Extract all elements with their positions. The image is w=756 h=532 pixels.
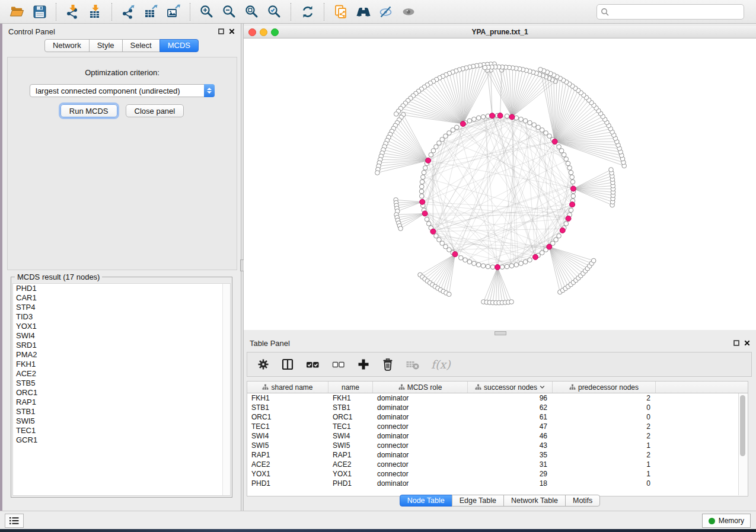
close-panel-button-2[interactable]: Close panel xyxy=(126,104,184,117)
network-window: YPA_prune.txt_1 xyxy=(244,26,756,330)
add-column-button[interactable] xyxy=(357,358,370,371)
mcds-result-item[interactable]: ORC1 xyxy=(13,388,230,398)
mcds-result-item[interactable]: RAP1 xyxy=(13,398,230,407)
mcds-result-item[interactable]: STB5 xyxy=(13,379,230,388)
column-header-mcds-role[interactable]: MCDS role xyxy=(373,382,468,393)
import-table-button[interactable] xyxy=(84,2,107,21)
mcds-result-item[interactable]: STB1 xyxy=(13,407,230,416)
table-row[interactable]: YOX1YOX1connector291 xyxy=(247,469,748,479)
tab-style[interactable]: Style xyxy=(89,39,123,52)
tab-mcds[interactable]: MCDS xyxy=(160,39,199,52)
export-table-button[interactable] xyxy=(140,2,162,21)
table-settings-button[interactable] xyxy=(257,358,270,371)
column-header-successor-nodes[interactable]: successor nodes xyxy=(468,382,553,393)
zoom-in-button[interactable] xyxy=(196,2,218,21)
table-row[interactable]: SWI5SWI5connector431 xyxy=(247,441,748,450)
hide-selected-button[interactable] xyxy=(375,2,397,21)
tab-motifs[interactable]: Motifs xyxy=(565,495,600,507)
table-scrollbar[interactable] xyxy=(738,393,748,495)
new-network-from-selection-button[interactable] xyxy=(330,2,352,21)
mcds-result-item[interactable]: ACE2 xyxy=(13,369,230,379)
criterion-dropdown[interactable]: largest connected component (undirected) xyxy=(30,84,215,97)
tab-select[interactable]: Select xyxy=(122,39,160,52)
tab-network[interactable]: Network xyxy=(44,39,90,52)
select-all-rows-button[interactable] xyxy=(305,358,320,371)
table-cell: 1 xyxy=(553,460,656,469)
mcds-result-item[interactable]: YOX1 xyxy=(13,322,230,331)
delete-column-button[interactable] xyxy=(381,357,394,371)
table-row[interactable]: ACE2ACE2connector311 xyxy=(247,460,748,469)
memory-button[interactable]: Memory xyxy=(702,514,751,528)
first-neighbors-button[interactable] xyxy=(352,2,375,21)
table-row[interactable]: TEC1TEC1connector472 xyxy=(247,422,748,431)
column-namespace-icon xyxy=(398,384,405,390)
mcds-result-item[interactable]: SWI4 xyxy=(13,331,230,341)
function-builder-button[interactable]: f(x) xyxy=(431,358,451,371)
task-history-button[interactable] xyxy=(5,514,24,528)
table-cell: ACE2 xyxy=(328,460,373,469)
zoom-out-button[interactable] xyxy=(218,2,241,21)
mcds-result-item[interactable]: STP4 xyxy=(13,303,230,312)
export-image-button[interactable] xyxy=(162,2,185,21)
tab-network-table[interactable]: Network Table xyxy=(503,495,566,507)
column-label: MCDS role xyxy=(407,383,442,392)
close-table-panel-button[interactable] xyxy=(744,340,750,346)
tab-edge-table[interactable]: Edge Table xyxy=(452,495,504,507)
column-header-predecessor-nodes[interactable]: predecessor nodes xyxy=(553,382,656,393)
node-table: shared namenameMCDS rolesuccessor nodesp… xyxy=(247,381,748,496)
table-row[interactable]: STB1STB1dominator620 xyxy=(247,403,748,412)
float-table-panel-button[interactable] xyxy=(733,340,739,346)
table-cell: connector xyxy=(373,441,468,450)
zoom-in-icon xyxy=(199,4,215,20)
table-row[interactable]: PHD1PHD1dominator180 xyxy=(247,479,748,488)
table-cell: 43 xyxy=(468,441,553,450)
delete-table-button[interactable] xyxy=(406,358,420,371)
mcds-result-item[interactable]: PMA2 xyxy=(13,350,230,360)
column-label: name xyxy=(342,383,359,392)
export-network-button[interactable] xyxy=(117,2,140,21)
mcds-result-item[interactable]: SRD1 xyxy=(13,341,230,350)
table-panel-header: Table Panel xyxy=(244,335,756,351)
mcds-result-item[interactable]: TEC1 xyxy=(13,426,230,435)
mcds-result-item[interactable]: GCR1 xyxy=(13,435,230,445)
show-columns-button[interactable] xyxy=(281,358,294,371)
mcds-result-item[interactable]: CAR1 xyxy=(13,293,230,303)
table-cell: 2 xyxy=(553,422,656,431)
mcds-result-item[interactable]: SWI5 xyxy=(13,416,230,426)
table-row[interactable]: RAP1RAP1dominator352 xyxy=(247,450,748,460)
table-cell: dominator xyxy=(373,432,468,440)
mcds-result-list[interactable]: PHD1CAR1STP4TID3YOX1SWI4SRD1PMA2FKH1ACE2… xyxy=(12,283,231,496)
table-row[interactable]: SWI4SWI4dominator462 xyxy=(247,431,748,441)
zoom-selected-button[interactable] xyxy=(263,2,286,21)
scrollbar-thumb[interactable] xyxy=(740,395,745,456)
deselect-all-rows-button[interactable] xyxy=(331,358,346,371)
column-label: predecessor nodes xyxy=(578,383,639,392)
import-network-button[interactable] xyxy=(62,2,84,21)
mcds-list-scrollbar[interactable] xyxy=(222,284,230,495)
table-row[interactable]: FKH1FKH1dominator962 xyxy=(247,393,748,403)
column-header-name[interactable]: name xyxy=(328,382,373,393)
export-image-icon xyxy=(166,4,181,20)
show-all-button[interactable] xyxy=(397,2,420,21)
float-panel-button[interactable] xyxy=(218,28,224,34)
save-session-button[interactable] xyxy=(28,2,51,21)
zoom-fit-button[interactable] xyxy=(241,2,263,21)
splitter-handle[interactable] xyxy=(495,331,506,335)
column-header-shared-name[interactable]: shared name xyxy=(247,382,328,393)
run-mcds-button[interactable]: Run MCDS xyxy=(60,104,117,117)
table-cell: 1 xyxy=(553,470,656,478)
table-row[interactable]: ORC1ORC1dominator610 xyxy=(247,412,748,422)
mcds-result-item[interactable]: FKH1 xyxy=(13,360,230,369)
mcds-result-item[interactable]: PHD1 xyxy=(13,284,230,293)
close-panel-button[interactable] xyxy=(229,28,235,34)
search-input[interactable] xyxy=(612,7,740,17)
network-canvas[interactable] xyxy=(244,39,756,330)
apply-layout-button[interactable] xyxy=(296,2,319,21)
tab-node-table[interactable]: Node Table xyxy=(400,495,452,507)
mcds-result-item[interactable]: TID3 xyxy=(13,312,230,322)
table-cell: 35 xyxy=(468,451,553,459)
search-box xyxy=(596,4,744,20)
open-file-button[interactable] xyxy=(6,2,28,21)
horizontal-splitter[interactable] xyxy=(244,330,756,335)
network-titlebar: YPA_prune.txt_1 xyxy=(244,26,756,39)
